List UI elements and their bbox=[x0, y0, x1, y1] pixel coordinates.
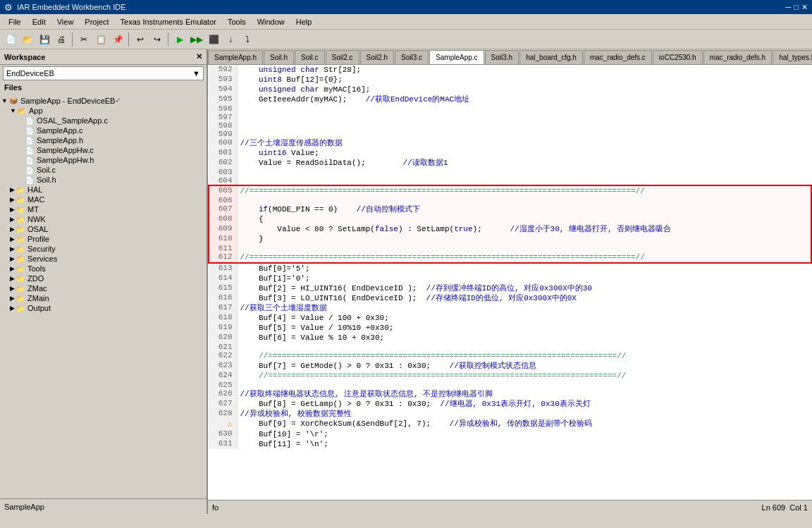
tab-mac_radio_defs-c[interactable]: mac_radio_defs.c bbox=[584, 50, 652, 64]
tree-item-hal[interactable]: ▶📁HAL bbox=[1, 185, 205, 195]
print-btn[interactable]: 🖨 bbox=[54, 32, 69, 47]
line-text: Buf[4] = Value / 100 + 0x30; bbox=[237, 313, 811, 323]
tab-Soil-c[interactable]: Soil.c bbox=[295, 50, 324, 64]
code-line: 609 Value < 80 ? SetLamp(false) : SetLam… bbox=[209, 224, 811, 234]
save-btn[interactable]: 💾 bbox=[37, 32, 52, 47]
tree-item-security[interactable]: ▶📁Security bbox=[1, 244, 205, 254]
line-number: 594 bbox=[209, 85, 237, 94]
line-number: 608 bbox=[209, 214, 237, 224]
tree-item-zdo[interactable]: ▶📁ZDO bbox=[1, 274, 205, 283]
tree-item-soilc[interactable]: 📄Soil.c bbox=[1, 165, 205, 175]
workspace-dropdown[interactable]: EndDeviceEB ▼ bbox=[3, 66, 204, 80]
tree-item-sampleapphwc[interactable]: 📄SampleAppHw.c bbox=[1, 145, 205, 155]
tab-Soil2-h[interactable]: Soil2.h bbox=[360, 50, 395, 64]
code-line: 592 unsigned char Str[28]; bbox=[209, 65, 811, 75]
step-btn[interactable]: ↓ bbox=[223, 32, 238, 47]
menu-item-file[interactable]: File bbox=[3, 16, 27, 27]
tree-label: Output bbox=[27, 304, 51, 312]
line-number: 631 bbox=[209, 439, 237, 449]
code-line: 598 bbox=[209, 121, 811, 130]
paste-btn[interactable]: 📌 bbox=[110, 32, 125, 47]
folder-icon: 📁 bbox=[16, 255, 25, 263]
tab-hal_types-h[interactable]: hal_types.h bbox=[773, 50, 812, 64]
stop-btn[interactable]: ⬛ bbox=[206, 32, 221, 47]
tree-label: OSAL_SampleApp.c bbox=[37, 116, 108, 125]
workspace-header: Workspace ✕ bbox=[0, 49, 207, 65]
tree-item-root[interactable]: ▼📦SampleApp - EndDeviceEB ✓ bbox=[1, 95, 205, 106]
line-text bbox=[237, 113, 811, 121]
minimize-btn[interactable]: ─ bbox=[786, 3, 792, 11]
menu-item-tools[interactable]: Tools bbox=[222, 16, 252, 27]
tree-item-mt[interactable]: ▶📁MT bbox=[1, 204, 205, 214]
folder-icon: 📁 bbox=[16, 186, 25, 194]
tab-Soil3-c[interactable]: Soil3.c bbox=[395, 50, 429, 64]
tree-item-sampleappc[interactable]: 📄SampleApp.c bbox=[1, 125, 205, 135]
redo-btn[interactable]: ↪ bbox=[149, 32, 165, 47]
code-line: 617//获取三个土壤湿度数据 bbox=[209, 303, 811, 313]
code-line: 618 Buf[4] = Value / 100 + 0x30; bbox=[209, 313, 811, 323]
folder-icon: 📁 bbox=[16, 206, 25, 214]
tree-item-soilh[interactable]: 📄Soil.h bbox=[1, 175, 205, 185]
tree-item-app[interactable]: ▼📂App bbox=[1, 106, 205, 116]
tab-ioCC2530-h[interactable]: ioCC2530.h bbox=[653, 50, 703, 64]
menu-item-project[interactable]: Project bbox=[79, 16, 114, 27]
build-btn[interactable]: ▶ bbox=[172, 32, 187, 47]
tab-SampleApp-c[interactable]: SampleApp.c bbox=[429, 50, 484, 64]
tab-SampleApp-h[interactable]: SampleApp.h bbox=[208, 50, 263, 64]
tree-item-nwk[interactable]: ▶📁NWK bbox=[1, 214, 205, 224]
stepover-btn[interactable]: ⤵ bbox=[240, 32, 255, 47]
menu-item-help[interactable]: Help bbox=[290, 16, 318, 27]
tab-Soil3-h[interactable]: Soil3.h bbox=[485, 50, 519, 64]
tree-item-zmac[interactable]: ▶📁ZMac bbox=[1, 283, 205, 293]
tree-item-osal[interactable]: 📄OSAL_SampleApp.c bbox=[1, 116, 205, 125]
undo-btn[interactable]: ↩ bbox=[133, 32, 148, 47]
tree-arrow-icon: ▶ bbox=[10, 295, 15, 302]
code-line: 601 uint16 Value; bbox=[209, 148, 811, 158]
maximize-btn[interactable]: □ bbox=[794, 3, 799, 11]
menu-item-view[interactable]: View bbox=[51, 16, 80, 27]
active-config-icon: ✓ bbox=[115, 96, 121, 105]
folder-icon: 📁 bbox=[16, 275, 25, 283]
code-editor[interactable]: 592 unsigned char Str[28];593 uint8 Buf[… bbox=[208, 65, 812, 500]
line-number: 607 bbox=[209, 204, 237, 214]
tree-item-tools[interactable]: ▶📁Tools bbox=[1, 264, 205, 274]
menu-item-edit[interactable]: Edit bbox=[27, 16, 51, 27]
line-text: Buf[3] = LO_UINT16( EndDeviceID ); //存储终… bbox=[237, 293, 811, 303]
new-btn[interactable]: 📄 bbox=[3, 32, 18, 47]
tree-item-services[interactable]: ▶📁Services bbox=[1, 254, 205, 264]
line-number: 601 bbox=[209, 148, 237, 158]
tab-mac_radio_defs-h[interactable]: mac_radio_defs.h bbox=[703, 50, 773, 64]
code-line: 627 Buf[8] = GetLamp() > 0 ? 0x31 : 0x30… bbox=[209, 399, 811, 409]
line-text bbox=[237, 244, 811, 252]
folder-icon: 📁 bbox=[16, 216, 25, 223]
app-icon: ⚙ bbox=[4, 2, 13, 13]
line-text: Buf[6] = Value % 10 + 0x30; bbox=[237, 333, 811, 343]
tree-label: NWK bbox=[27, 215, 46, 223]
tree-item-zmain[interactable]: ▶📁ZMain bbox=[1, 293, 205, 303]
code-line: 600//三个土壤湿度传感器的数据 bbox=[209, 138, 811, 148]
tab-Soil-h[interactable]: Soil.h bbox=[264, 50, 294, 64]
copy-btn[interactable]: 📋 bbox=[93, 32, 109, 47]
workspace-close-icon[interactable]: ✕ bbox=[196, 52, 202, 61]
tree-item-mac[interactable]: ▶📁MAC bbox=[1, 195, 205, 204]
tree-item-output[interactable]: ▶📁Output bbox=[1, 303, 205, 313]
menu-item-window[interactable]: Window bbox=[252, 16, 290, 27]
tree-item-sampleapphwh[interactable]: 📄SampleAppHw.h bbox=[1, 155, 205, 165]
menu-item-texas-instruments-emulator[interactable]: Texas Instruments Emulator bbox=[115, 16, 222, 27]
tree-arrow-icon: ▶ bbox=[10, 275, 15, 282]
tree-arrow-icon: ▶ bbox=[10, 186, 15, 193]
tab-Soil2-c[interactable]: Soil2.c bbox=[326, 50, 359, 64]
close-btn[interactable]: ✕ bbox=[801, 3, 808, 12]
tree-item-osal2[interactable]: ▶📁OSAL bbox=[1, 224, 205, 234]
cut-btn[interactable]: ✂ bbox=[76, 32, 92, 47]
tree-item-profile[interactable]: ▶📁Profile bbox=[1, 234, 205, 244]
open-btn[interactable]: 📂 bbox=[20, 32, 35, 47]
dropdown-arrow-icon: ▼ bbox=[192, 69, 200, 78]
tab-hal_board_cfg-h[interactable]: hal_board_cfg.h bbox=[519, 50, 583, 64]
code-line: 605//===================================… bbox=[209, 185, 811, 196]
line-text: unsigned char myMAC[16]; bbox=[237, 85, 811, 94]
code-line: 624 //==================================… bbox=[209, 371, 811, 381]
debug-btn[interactable]: ▶▶ bbox=[189, 32, 204, 47]
tree-item-sampleapph[interactable]: 📄SampleApp.h bbox=[1, 135, 205, 145]
title-bar: ⚙ IAR Embedded Workbench IDE ─ □ ✕ bbox=[0, 0, 812, 14]
